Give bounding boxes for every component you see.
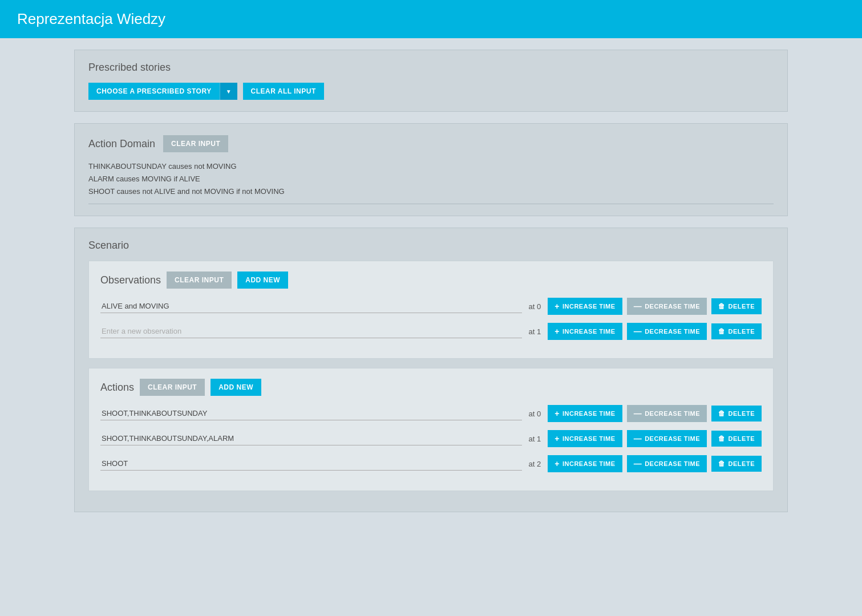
increase-label-obs-1: INCREASE TIME: [562, 328, 616, 335]
plus-icon: +: [555, 435, 560, 443]
app-title: Reprezentacja Wiedzy: [17, 10, 165, 27]
plus-icon: +: [555, 302, 560, 310]
domain-line-1: THINKABOUTSUNDAY causes not MOVING: [88, 160, 774, 173]
observations-title: Observations: [100, 274, 161, 286]
delete-obs-1[interactable]: 🗑 DELETE: [711, 323, 762, 339]
action-input-0[interactable]: [100, 407, 522, 420]
increase-label-obs-0: INCREASE TIME: [562, 303, 616, 310]
increase-label-act-2: INCREASE TIME: [562, 460, 616, 467]
observations-clear-button[interactable]: CLEAR INPUT: [167, 271, 232, 289]
at-label-act-1: at 1: [529, 435, 541, 443]
increase-time-act-2[interactable]: + INCREASE TIME: [548, 455, 622, 472]
app-header: Reprezentacja Wiedzy: [0, 0, 862, 38]
increase-time-obs-1[interactable]: + INCREASE TIME: [548, 323, 622, 340]
at-label-act-0: at 0: [529, 410, 541, 418]
action-input-2[interactable]: [100, 457, 522, 471]
action-row-2: at 2 + INCREASE TIME — DECREASE TIME 🗑 D…: [100, 455, 762, 472]
at-label-obs-1: at 1: [529, 327, 541, 336]
action-row-1: at 1 + INCREASE TIME — DECREASE TIME 🗑 D…: [100, 430, 762, 447]
actions-title: Actions: [100, 382, 134, 394]
choose-story-dropdown-arrow[interactable]: ▼: [220, 83, 237, 100]
increase-time-obs-0[interactable]: + INCREASE TIME: [548, 298, 622, 315]
domain-line-2: ALARM causes MOVING if ALIVE: [88, 173, 774, 185]
trash-icon: 🗑: [718, 435, 726, 442]
delete-label-act-2: DELETE: [729, 460, 755, 467]
minus-icon: —: [634, 460, 642, 468]
actions-clear-button[interactable]: CLEAR INPUT: [140, 379, 205, 396]
decrease-label-act-0: DECREASE TIME: [645, 410, 700, 417]
at-label-obs-0: at 0: [529, 302, 541, 311]
observation-input-1[interactable]: [100, 325, 522, 338]
minus-icon: —: [634, 435, 642, 443]
plus-icon: +: [555, 410, 560, 418]
trash-icon: 🗑: [718, 303, 726, 310]
clear-all-input-button[interactable]: CLEAR ALL INPUT: [243, 83, 324, 100]
minus-icon: —: [634, 410, 642, 418]
observations-subsection: Observations CLEAR INPUT ADD NEW at 0 + …: [88, 261, 774, 359]
clear-input-button[interactable]: CLEAR INPUT: [163, 135, 228, 152]
delete-act-1[interactable]: 🗑 DELETE: [711, 431, 762, 447]
decrease-label-act-2: DECREASE TIME: [645, 460, 700, 467]
chevron-down-icon: ▼: [226, 88, 232, 95]
decrease-label-obs-1: DECREASE TIME: [645, 328, 700, 335]
observations-add-button[interactable]: ADD NEW: [237, 271, 288, 289]
choose-story-button[interactable]: CHOOSE A PRESCRIBED STORY: [88, 83, 220, 100]
delete-label-act-0: DELETE: [729, 410, 755, 417]
delete-act-0[interactable]: 🗑 DELETE: [711, 406, 762, 422]
observation-row-1: at 1 + INCREASE TIME — DECREASE TIME 🗑 D…: [100, 323, 762, 340]
minus-icon: —: [634, 302, 642, 310]
choose-story-split-button[interactable]: CHOOSE A PRESCRIBED STORY ▼: [88, 83, 237, 100]
action-row-0: at 0 + INCREASE TIME — DECREASE TIME 🗑 D…: [100, 405, 762, 422]
action-domain-section: Action Domain CLEAR INPUT THINKABOUTSUND…: [74, 123, 788, 216]
plus-icon: +: [555, 460, 560, 468]
delete-label-act-1: DELETE: [729, 435, 755, 442]
increase-label-act-1: INCREASE TIME: [562, 435, 616, 442]
observation-row-0: at 0 + INCREASE TIME — DECREASE TIME 🗑 D…: [100, 298, 762, 315]
decrease-time-act-1[interactable]: — DECREASE TIME: [627, 430, 707, 447]
increase-time-act-0[interactable]: + INCREASE TIME: [548, 405, 622, 422]
decrease-time-act-0[interactable]: — DECREASE TIME: [627, 405, 707, 422]
domain-line-3: SHOOT causes not ALIVE and not MOVING if…: [88, 185, 774, 198]
observation-input-0[interactable]: [100, 299, 522, 313]
prescribed-stories-title: Prescribed stories: [88, 62, 774, 74]
decrease-time-obs-0[interactable]: — DECREASE TIME: [627, 298, 707, 315]
prescribed-stories-controls: CHOOSE A PRESCRIBED STORY ▼ CLEAR ALL IN…: [88, 83, 774, 100]
delete-label-obs-1: DELETE: [729, 328, 755, 335]
scenario-title: Scenario: [88, 240, 774, 252]
trash-icon: 🗑: [718, 460, 726, 467]
decrease-time-act-2[interactable]: — DECREASE TIME: [627, 455, 707, 472]
main-content: Prescribed stories CHOOSE A PRESCRIBED S…: [0, 38, 862, 535]
action-domain-title: Action Domain: [88, 138, 155, 150]
decrease-label-act-1: DECREASE TIME: [645, 435, 700, 442]
delete-obs-0[interactable]: 🗑 DELETE: [711, 298, 762, 314]
delete-act-2[interactable]: 🗑 DELETE: [711, 456, 762, 472]
action-input-1[interactable]: [100, 432, 522, 445]
increase-label-act-0: INCREASE TIME: [562, 410, 616, 417]
action-domain-header: Action Domain CLEAR INPUT: [88, 135, 774, 152]
decrease-time-obs-1[interactable]: — DECREASE TIME: [627, 323, 707, 340]
scenario-section: Scenario Observations CLEAR INPUT ADD NE…: [74, 228, 788, 512]
trash-icon: 🗑: [718, 410, 726, 417]
actions-subsection: Actions CLEAR INPUT ADD NEW at 0 + INCRE…: [88, 368, 774, 491]
observations-header: Observations CLEAR INPUT ADD NEW: [100, 271, 762, 289]
minus-icon: —: [634, 327, 642, 335]
at-label-act-2: at 2: [529, 460, 541, 468]
actions-header: Actions CLEAR INPUT ADD NEW: [100, 379, 762, 396]
decrease-label-obs-0: DECREASE TIME: [645, 303, 700, 310]
actions-add-button[interactable]: ADD NEW: [211, 379, 261, 396]
action-domain-text: THINKABOUTSUNDAY causes not MOVING ALARM…: [88, 160, 774, 204]
prescribed-stories-section: Prescribed stories CHOOSE A PRESCRIBED S…: [74, 50, 788, 112]
increase-time-act-1[interactable]: + INCREASE TIME: [548, 430, 622, 447]
delete-label-obs-0: DELETE: [729, 303, 755, 310]
trash-icon: 🗑: [718, 328, 726, 335]
plus-icon: +: [555, 327, 560, 335]
